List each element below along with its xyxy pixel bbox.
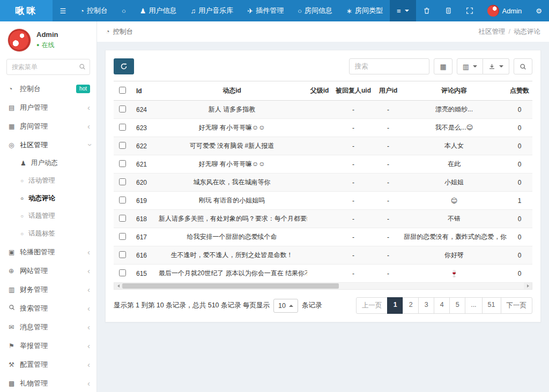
page-prev[interactable]: 上一页 (356, 297, 388, 314)
nav-item-circle[interactable]: ○ (115, 0, 133, 21)
image-icon: ▣ (9, 248, 20, 256)
sidebar-subitem-user-activity[interactable]: ♟ 用户动态 (0, 154, 97, 172)
admin-menu[interactable]: Admin (480, 0, 529, 21)
page-1[interactable]: 1 (387, 297, 403, 314)
scrollbar-thumb[interactable] (122, 283, 339, 289)
breadcrumb-current: 动态评论 (514, 27, 540, 36)
asterisk-icon: ∗ (346, 7, 352, 14)
column-header-post-id[interactable]: 动态id (157, 81, 307, 101)
sidebar-subitem-activity-mgmt[interactable]: ○ 活动管理 (0, 172, 97, 190)
row-checkbox[interactable] (119, 251, 126, 258)
column-header-user-id[interactable]: 用户id (375, 81, 402, 101)
export-button[interactable] (483, 58, 509, 74)
sidebar-item-community[interactable]: ◎ 社区管理 ‹ (0, 135, 97, 154)
file-icon (444, 7, 452, 14)
sidebar-item-messages[interactable]: ✉ 消息管理 ‹ (0, 318, 97, 336)
records-info-prefix: 显示第 1 到第 10 条记录，总共 510 条记录 每页显示 (114, 301, 270, 310)
top-nav: ☰ ◔ 控制台 ○ ♟ 用户信息 ♫ 用户音乐库 ✈ 插件管理 ○ 房间信息 ∗… (53, 0, 549, 21)
table-row: 617 给我安排一个甜甜的恋爱续个命 - - 甜甜的恋爱没有，轰炸式的恋爱，你要… (114, 228, 532, 246)
row-checkbox[interactable] (119, 142, 126, 149)
cell-post-id: 新人 请多多指教 (157, 101, 307, 119)
nav-item-user-info[interactable]: ♟ 用户信息 (133, 0, 184, 21)
nav-item-room-info[interactable]: ○ 房间信息 (291, 0, 339, 21)
nav-item-user-music[interactable]: ♫ 用户音乐库 (183, 0, 240, 21)
cell-parent-id (307, 246, 332, 265)
tabs-menu-dropdown[interactable]: ≡ (390, 0, 417, 21)
sidebar-item-rooms[interactable]: ▦ 房间管理 ‹ (0, 117, 97, 135)
table-row: 623 好无聊 有小哥哥嘛☺☺ - - 我不是么...😊 0 (114, 119, 532, 137)
scroll-right-button[interactable] (524, 283, 532, 289)
circle-icon: ○ (20, 196, 24, 201)
cell-post-id: 刚玩 有语音的小姐姐吗 (157, 192, 307, 210)
sidebar-subitem-topic-tags[interactable]: ○ 话题标签 (0, 225, 97, 243)
row-checkbox[interactable] (119, 160, 126, 167)
circle-icon: ○ (20, 231, 24, 237)
breadcrumb-parent[interactable]: 社区管理 (479, 27, 506, 36)
cell-post-id: 给我安排一个甜甜的恋爱续个命 (157, 228, 307, 246)
row-checkbox[interactable] (119, 197, 126, 203)
sidebar-item-reports[interactable]: ⚑ 举报管理 ‹ (0, 336, 97, 355)
column-header-reply-uid[interactable]: 被回复人uid (332, 81, 375, 101)
sidebar-item-carousel[interactable]: ▣ 轮播图管理 ‹ (0, 243, 97, 261)
search-button[interactable] (514, 58, 532, 74)
page-4[interactable]: 4 (434, 297, 450, 314)
cell-parent-id (307, 210, 332, 228)
menu-search-input[interactable] (6, 59, 90, 75)
row-checkbox[interactable] (119, 105, 126, 112)
page-5[interactable]: 5 (449, 297, 465, 314)
chevron-left-icon: ‹ (87, 323, 90, 331)
trash-button[interactable] (416, 0, 437, 21)
row-checkbox[interactable] (119, 269, 126, 276)
nav-item-room-types[interactable]: ∗ 房间类型 (339, 0, 390, 21)
settings-button[interactable]: ⚙ (529, 0, 549, 21)
records-info: 显示第 1 到第 10 条记录，总共 510 条记录 每页显示 10 条记录 (114, 299, 322, 313)
records-info-suffix: 条记录 (302, 301, 322, 310)
cell-id: 617 (131, 228, 157, 246)
nav-item-console[interactable]: ◔ 控制台 (73, 0, 115, 21)
sidebar-item-config[interactable]: ⚒ 配置管理 ‹ (0, 355, 97, 374)
sidebar-item-finance[interactable]: ▥ 财务管理 ‹ (0, 280, 97, 299)
scrollbar-track[interactable] (122, 283, 524, 289)
cell-post-id: 生不逢时，爱不逢人，所到之处皆是命数！ (157, 246, 307, 265)
column-header-likes[interactable]: 点赞数 (507, 81, 532, 101)
dashboard-icon: ◔ (9, 85, 20, 93)
sidebar-subitem-topic-mgmt[interactable]: ○ 话题管理 (0, 207, 97, 225)
fullscreen-button[interactable] (459, 0, 480, 21)
file-button[interactable] (437, 0, 459, 21)
sidebar-item-console[interactable]: ◔ 控制台 hot (0, 79, 97, 98)
main-area: ◔ 控制台 社区管理 / 动态评论 ▦ (97, 21, 549, 392)
page-size-select[interactable]: 10 (273, 299, 298, 313)
sidebar-subitem-post-comments[interactable]: ○ 动态评论 (0, 190, 97, 207)
select-all-checkbox[interactable] (119, 87, 126, 94)
refresh-button[interactable] (114, 58, 134, 74)
breadcrumb-home[interactable]: 控制台 (113, 27, 133, 36)
cell-id: 621 (131, 155, 157, 174)
horizontal-scrollbar[interactable] (114, 283, 532, 290)
sidebar-item-website[interactable]: ⊕ 网站管理 ‹ (0, 261, 97, 280)
row-checkbox[interactable] (119, 215, 126, 222)
sidebar-collapse-button[interactable]: ☰ (53, 0, 73, 21)
row-checkbox[interactable] (119, 178, 126, 185)
sidebar-item-users[interactable]: ▤ 用户管理 ‹ (0, 98, 97, 117)
scroll-left-button[interactable] (114, 283, 122, 289)
row-checkbox[interactable] (119, 233, 126, 240)
page-2[interactable]: 2 (403, 297, 419, 314)
gear-icon: ⚙ (536, 7, 542, 14)
page-3[interactable]: 3 (418, 297, 434, 314)
page-51[interactable]: 51 (482, 297, 501, 314)
column-header-comment[interactable]: 评论内容 (402, 81, 507, 101)
cell-parent-id (307, 265, 332, 283)
brand-logo[interactable]: 啾咪 (0, 0, 53, 21)
column-header-parent-id[interactable]: 父级id (307, 81, 332, 101)
nav-item-plugins[interactable]: ✈ 插件管理 (240, 0, 291, 21)
sidebar-item-gifts[interactable]: ▩ 礼物管理 ‹ (0, 374, 97, 392)
columns-button[interactable]: ▥ (457, 58, 483, 74)
row-checkbox[interactable] (119, 124, 126, 131)
comments-table: Id 动态id 父级id 被回复人uid 用户id 评论内容 点赞数 624 (114, 81, 532, 283)
column-header-id[interactable]: Id (131, 81, 157, 101)
sidebar-item-search-mgmt[interactable]: 搜索管理 ‹ (0, 299, 97, 318)
toggle-view-button[interactable]: ▦ (434, 58, 452, 74)
table-search-input[interactable] (349, 58, 429, 74)
flag-icon: ⚑ (9, 342, 20, 350)
page-next[interactable]: 下一页 (501, 297, 533, 314)
